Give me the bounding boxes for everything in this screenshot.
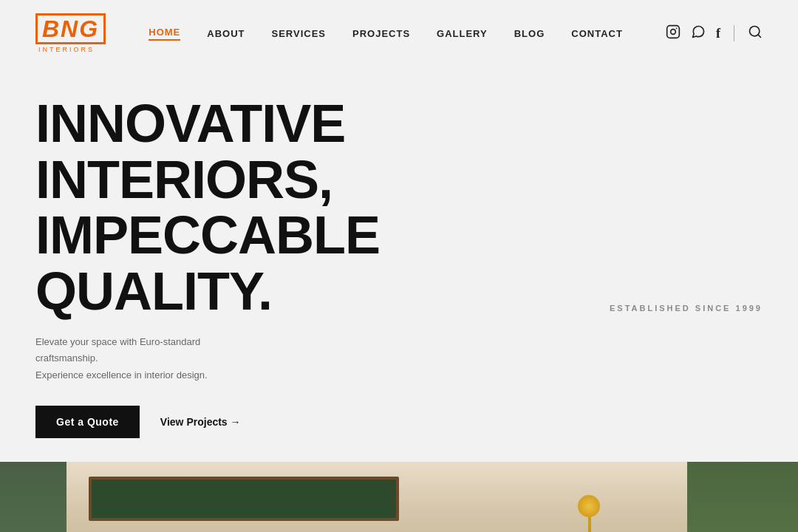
hero-title-line2: IMPECCABLE QUALITY. <box>35 205 380 321</box>
nav-about[interactable]: ABOUT <box>207 28 245 39</box>
svg-line-4 <box>758 34 761 37</box>
room-scene <box>0 462 798 532</box>
nav-divider <box>734 25 734 41</box>
floor-lamp-head <box>578 495 600 517</box>
hero-actions: Get a Quote View Projects → <box>35 406 763 438</box>
hero-title: INNOVATIVE INTERIORS, IMPECCABLE QUALITY… <box>35 96 553 319</box>
hero-subtitle-line2: Experience excellence in interior design… <box>35 369 208 381</box>
facebook-icon[interactable]: f <box>716 26 720 41</box>
site-header: BNG INTERIORS HOME ABOUT SERVICES PROJEC… <box>0 0 798 66</box>
nav-contact[interactable]: CONTACT <box>571 28 623 39</box>
hero-image <box>0 462 798 532</box>
search-icon[interactable] <box>748 24 763 43</box>
svg-point-2 <box>676 27 678 29</box>
view-projects-button[interactable]: View Projects → <box>160 416 241 428</box>
svg-rect-0 <box>667 25 680 38</box>
window-left <box>0 462 66 532</box>
svg-point-1 <box>671 29 676 34</box>
hero-subtitle-line1: Elevate your space with Euro-standard cr… <box>35 336 200 364</box>
window-center <box>89 477 399 521</box>
hero-section: INNOVATIVE INTERIORS, IMPECCABLE QUALITY… <box>0 66 798 462</box>
hero-title-line1: INNOVATIVE INTERIORS, <box>35 94 345 209</box>
nav-home[interactable]: HOME <box>149 27 180 41</box>
hero-subtitle: Elevate your space with Euro-standard cr… <box>35 334 257 383</box>
nav-projects[interactable]: PROJECTS <box>352 28 410 39</box>
nav-services[interactable]: SERVICES <box>271 28 326 39</box>
instagram-icon[interactable] <box>666 24 681 43</box>
logo-brand: BNG <box>35 13 106 44</box>
main-nav: HOME ABOUT SERVICES PROJECTS GALLERY BLO… <box>106 27 666 41</box>
window-right <box>687 462 798 532</box>
get-quote-button[interactable]: Get a Quote <box>35 406 140 438</box>
header-social: f <box>666 24 763 43</box>
established-badge: ESTABLISHED SINCE 1999 <box>610 304 763 313</box>
logo-tagline: INTERIORS <box>35 46 95 53</box>
logo[interactable]: BNG INTERIORS <box>35 13 106 53</box>
nav-blog[interactable]: BLOG <box>514 28 545 39</box>
nav-gallery[interactable]: GALLERY <box>437 28 488 39</box>
whatsapp-icon[interactable] <box>691 24 706 43</box>
